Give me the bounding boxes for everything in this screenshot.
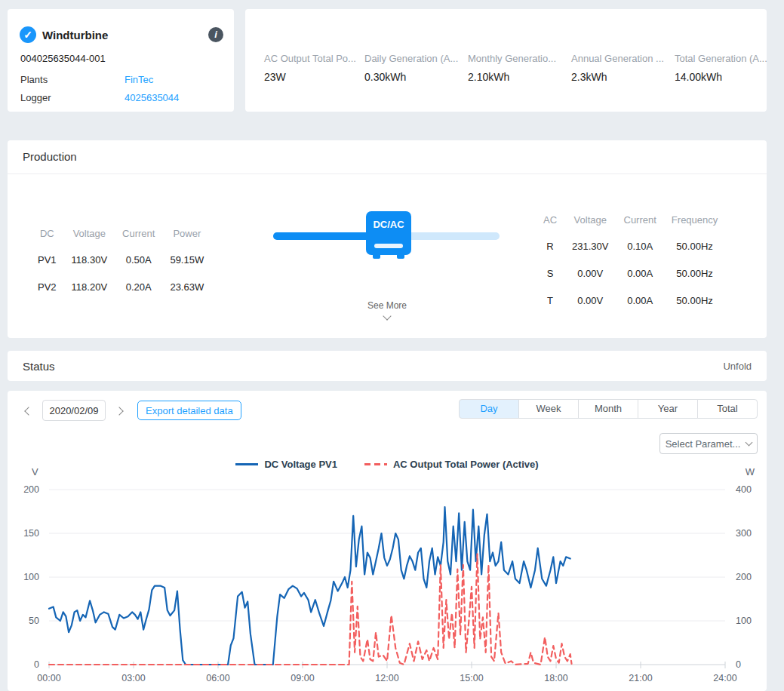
chevron-left-icon [24, 407, 32, 415]
svg-text:18:00: 18:00 [544, 673, 567, 683]
dc-cell: 0.20A [115, 273, 162, 300]
chevron-right-icon [115, 407, 123, 415]
status-title: Status [23, 360, 55, 373]
chevron-down-icon [746, 439, 753, 447]
legend-dc-voltage[interactable]: DC Voltage PV1 [235, 459, 337, 470]
left-axis-unit: V [32, 466, 38, 478]
table-row: S 0.00V 0.00A 50.00Hz [536, 260, 725, 287]
select-parameter-label: Select Paramet... [666, 438, 741, 450]
chart-card: 2020/02/09 Export detailed data Day Week… [8, 391, 767, 691]
ac-cell: 0.10A [616, 232, 664, 260]
svg-text:50: 50 [29, 616, 39, 626]
dc-col-header: Power [162, 220, 211, 246]
legend-label: DC Voltage PV1 [264, 459, 337, 470]
svg-text:200: 200 [736, 572, 752, 582]
svg-text:100: 100 [23, 572, 39, 582]
svg-text:15:00: 15:00 [460, 673, 483, 683]
ac-cell: 0.00A [616, 260, 664, 287]
stat-label: Monthly Generatio... [468, 53, 571, 64]
svg-text:24:00: 24:00 [713, 673, 736, 683]
stat-annual-generation: Annual Generation ... 2.3kWh [571, 53, 675, 83]
ac-cell: R [536, 232, 564, 260]
ac-col-header: AC [536, 207, 564, 232]
svg-text:400: 400 [736, 484, 752, 495]
stat-value: 14.00kWh [675, 71, 778, 83]
date-nav: 2020/02/09 Export detailed data [23, 400, 241, 421]
ac-cell: 50.00Hz [664, 260, 725, 287]
date-picker[interactable]: 2020/02/09 [42, 400, 106, 421]
production-card: Production DC Voltage Current Power PV1 … [8, 140, 767, 338]
inverter-foot [397, 254, 404, 259]
ac-table: AC Voltage Current Frequency R 231.30V 0… [536, 207, 725, 314]
tab-week[interactable]: Week [518, 399, 579, 419]
logger-label: Logger [20, 92, 125, 103]
ac-col-header: Voltage [564, 207, 616, 232]
stat-label: AC Output Total Po... [264, 53, 364, 64]
dc-col-header: Current [115, 220, 162, 246]
legend-line-dashed-icon [364, 463, 387, 465]
inverter-icon: DC/AC [366, 211, 411, 255]
dc-cell: 118.30V [64, 246, 115, 273]
legend-ac-power[interactable]: AC Output Total Power (Active) [364, 459, 539, 470]
legend-label: AC Output Total Power (Active) [393, 459, 539, 470]
prev-day-button[interactable] [23, 404, 35, 417]
ac-col-header: Frequency [664, 207, 725, 232]
see-more-label: See More [367, 300, 407, 311]
plants-row: Plants FinTec [20, 74, 153, 85]
table-row: PV2 118.20V 0.20A 23.63W [30, 273, 211, 300]
power-flow-fill [273, 232, 370, 240]
inverter-slot [374, 244, 403, 248]
dc-table: DC Voltage Current Power PV1 118.30V 0.5… [30, 220, 211, 300]
select-parameter-dropdown[interactable]: Select Paramet... [659, 433, 758, 454]
logger-link[interactable]: 4025635044 [125, 92, 179, 103]
svg-text:0: 0 [736, 659, 741, 670]
ac-cell: S [536, 260, 564, 287]
dc-cell: PV1 [30, 246, 64, 273]
tab-year[interactable]: Year [638, 399, 698, 419]
unfold-button[interactable]: Unfold [723, 361, 752, 372]
stat-total-generation: Total Generation (A... 14.00kWh [675, 53, 778, 83]
plants-link[interactable]: FinTec [125, 74, 153, 85]
stat-value: 2.10kWh [468, 71, 571, 83]
export-detailed-data-button[interactable]: Export detailed data [137, 401, 241, 420]
table-row: PV1 118.30V 0.50A 59.15W [30, 246, 211, 273]
svg-text:06:00: 06:00 [206, 673, 229, 683]
dc-col-header: Voltage [64, 220, 115, 246]
tab-month[interactable]: Month [578, 399, 638, 419]
period-tabs: Day Week Month Year Total [459, 399, 758, 419]
device-card: ✓ Windturbine i 004025635044-001 Plants … [8, 9, 234, 112]
production-title: Production [8, 140, 767, 174]
stat-value: 23W [264, 71, 364, 83]
ac-cell: 50.00Hz [664, 232, 725, 260]
info-icon[interactable]: i [208, 27, 223, 42]
generation-stats-card: AC Output Total Po... 23W Daily Generati… [245, 9, 767, 112]
dc-cell: 118.20V [64, 273, 115, 300]
chart-plot: 050100150200010020030040000:0003:0006:00… [8, 480, 767, 689]
next-day-button[interactable] [113, 404, 125, 417]
svg-text:300: 300 [736, 528, 752, 539]
svg-text:150: 150 [23, 528, 39, 539]
stat-monthly-generation: Monthly Generatio... 2.10kWh [468, 53, 571, 83]
dc-table-header: DC Voltage Current Power [30, 220, 211, 246]
chevron-down-icon [383, 312, 391, 320]
ac-col-header: Current [616, 207, 664, 232]
tab-day[interactable]: Day [459, 399, 519, 419]
svg-text:100: 100 [736, 616, 752, 626]
table-row: R 231.30V 0.10A 50.00Hz [536, 232, 725, 260]
dashboard: ✓ Windturbine i 004025635044-001 Plants … [0, 0, 784, 691]
see-more-button[interactable]: See More [8, 300, 767, 321]
stat-daily-generation: Daily Generation (A... 0.30kWh [364, 53, 468, 83]
svg-text:12:00: 12:00 [375, 673, 398, 683]
stat-ac-output-power: AC Output Total Po... 23W [264, 53, 364, 83]
logger-row: Logger 4025635044 [20, 92, 179, 103]
inverter-foot [373, 254, 380, 259]
stat-value: 0.30kWh [364, 71, 468, 83]
legend-line-solid-icon [235, 463, 258, 465]
ac-cell: 0.00V [564, 260, 616, 287]
tab-total[interactable]: Total [697, 399, 758, 419]
device-title: Windturbine [42, 29, 108, 41]
status-card: Status Unfold [8, 351, 767, 381]
dc-cell: PV2 [30, 273, 64, 300]
plants-label: Plants [20, 74, 125, 85]
stat-value: 2.3kWh [571, 71, 675, 83]
